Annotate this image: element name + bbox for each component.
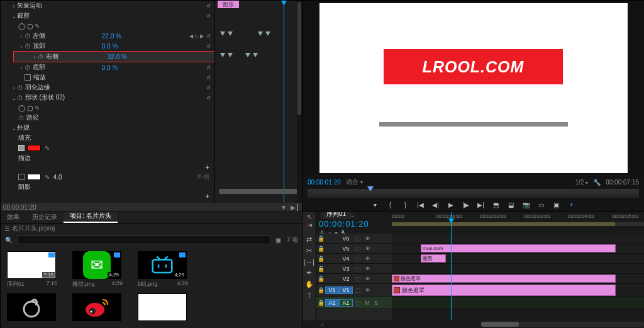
- export-frame-button[interactable]: 📷: [522, 200, 531, 209]
- track-header-v1[interactable]: 🔒V1V1⬚👁: [316, 284, 392, 297]
- safe-margins-button[interactable]: ▣: [552, 200, 561, 209]
- mark-in-button[interactable]: {: [386, 200, 395, 209]
- wrench-icon[interactable]: 🔧: [593, 179, 601, 186]
- mark-out-button[interactable]: }: [401, 200, 410, 209]
- underline-shape: [379, 122, 568, 127]
- fit-dropdown[interactable]: 适合 ▾: [346, 178, 363, 186]
- step-fwd-button[interactable]: |▶: [462, 200, 470, 209]
- lift-button[interactable]: ⬒: [492, 200, 501, 209]
- hand-tool[interactable]: ✋: [305, 280, 314, 288]
- type-tool[interactable]: T: [307, 291, 311, 299]
- tab-project[interactable]: 项目: 名片片头: [64, 212, 118, 223]
- play-button[interactable]: ▶: [447, 200, 455, 209]
- track-header-a1[interactable]: 🔒A1A1⬚MS: [316, 297, 392, 309]
- prop-crop-left[interactable]: ›⏱ 左侧22.0 %◀ ◇ ▶ ↺: [1, 31, 214, 41]
- extract-button[interactable]: ⬓: [507, 200, 516, 209]
- prop-stroke-label: 描边: [1, 153, 214, 163]
- comparison-view-button[interactable]: ▭: [537, 200, 546, 209]
- track-select-tool[interactable]: ⇥: [307, 222, 312, 229]
- effect-controls-panel: ›矢量运动↺ ⌄裁剪↺ ◯ ▢ ✎ ›⏱ 左侧22.0 %◀ ◇ ▶ ↺ ›⏱ …: [0, 0, 302, 212]
- pen-tool[interactable]: ✒: [306, 269, 312, 277]
- search-icon: 🔍: [4, 235, 13, 244]
- timeline-playhead[interactable]: [451, 212, 452, 234]
- add-stroke[interactable]: +: [1, 163, 214, 172]
- prop-shadow-label: 阴影: [1, 182, 214, 192]
- timeline-tools-top: ↖ ⇥: [303, 212, 316, 234]
- track-header-v6[interactable]: 🔒V6⬚👁: [316, 234, 392, 244]
- clip-v2[interactable]: 颜色遮罩: [392, 274, 616, 283]
- timeline-tracks[interactable]: lrool.com 图形 颜色遮罩 颜色遮罩: [392, 234, 644, 320]
- clip-v4[interactable]: 图形: [421, 254, 446, 263]
- track-header-v3[interactable]: 🔒V3⬚👁: [316, 264, 392, 274]
- track-header-v2[interactable]: 🔒V2⬚👁: [316, 274, 392, 284]
- bin-wechat[interactable]: ✉4;29 微信.png4;29: [72, 251, 123, 288]
- program-timecode[interactable]: 00:00:01:20: [308, 179, 341, 186]
- program-scrubber[interactable]: [308, 189, 639, 198]
- razor-tool[interactable]: ✂: [306, 247, 312, 255]
- svg-point-8: [91, 311, 92, 313]
- prop-crop-right[interactable]: ›⏱ 右侧32.0 %◀ ◇ ▶ ↺ ◥ ◣ ◥ ◣: [13, 51, 214, 62]
- prop-feather[interactable]: ›⏱ 羽化边缘↺: [1, 82, 214, 93]
- timeline-zoom[interactable]: [481, 322, 644, 327]
- logo-text: LROOL.COM: [384, 49, 563, 84]
- track-header-v4[interactable]: 🔒V4⬚👁: [316, 254, 392, 264]
- svg-point-7: [89, 308, 96, 314]
- goto-out-button[interactable]: ▶|: [477, 200, 486, 209]
- prop-stroke[interactable]: ✎ 4.0外侧: [1, 172, 214, 182]
- clip-v1[interactable]: 颜色遮罩: [392, 285, 616, 296]
- shape-masks[interactable]: ◯ ▢ ✎: [1, 103, 214, 113]
- item-count: 7 项: [287, 235, 298, 244]
- bin-sequence[interactable]: 7:15 序列017:15: [7, 251, 57, 288]
- wechat-icon: ✉: [83, 251, 111, 279]
- fx-hscroll[interactable]: [219, 189, 298, 194]
- program-canvas[interactable]: LROOL.COM: [303, 1, 644, 175]
- project-filename: 名片片头.prproj: [12, 224, 55, 233]
- bin-white[interactable]: [138, 293, 188, 321]
- prop-crop-bottom[interactable]: ›⏱ 底部0.0 %↺: [1, 62, 214, 72]
- transport-controls: ▾ { } |◀ ◀| ▶ |▶ ▶| ⬒ ⬓ 📷 ▭ ▣ +: [303, 198, 644, 212]
- slip-tool[interactable]: |↔|: [304, 258, 314, 266]
- netease-icon: [19, 295, 43, 319]
- bin-netease[interactable]: [7, 293, 57, 321]
- crop-masks[interactable]: ◯ ▢ ✎: [1, 21, 214, 31]
- bin-bilibili[interactable]: 4;29 b站.png4;29: [138, 251, 188, 288]
- prop-fill-label: 填充: [1, 133, 214, 143]
- prop-vector-motion[interactable]: ›矢量运动↺: [1, 1, 214, 11]
- bin-weibo[interactable]: [72, 293, 123, 321]
- bin-icon: ☰: [4, 225, 10, 232]
- scale-dropdown[interactable]: 1/2 ▾: [575, 179, 588, 186]
- prop-fill[interactable]: ✎: [1, 143, 214, 153]
- goto-in-button[interactable]: |◀: [416, 200, 425, 209]
- project-panel: 效果 历史记录 项目: 名片片头 ☰ 名片片头.prproj 🔍 ▣ 7 项 7…: [0, 212, 302, 328]
- add-marker-button[interactable]: ▾: [371, 200, 380, 209]
- tab-history[interactable]: 历史记录: [26, 212, 64, 223]
- track-headers: 🔒V6⬚👁 🔒V5⬚👁 🔒V4⬚👁 🔒V3⬚👁 🔒V2⬚👁 🔒V1V1⬚👁 🔒A…: [316, 234, 392, 320]
- program-duration: 00:00:07:15: [606, 179, 639, 186]
- track-add-icon[interactable]: ○: [316, 321, 392, 328]
- weibo-icon: [84, 296, 110, 319]
- track-header-v5[interactable]: 🔒V5⬚👁: [316, 244, 392, 254]
- timeline-tools: ⇄ ✂ |↔| ✒ ✋ T: [303, 234, 316, 320]
- ripple-tool[interactable]: ⇄: [306, 235, 312, 244]
- sequence-tab[interactable]: 序列01: [321, 212, 351, 219]
- effect-controls-properties: ›矢量运动↺ ⌄裁剪↺ ◯ ▢ ✎ ›⏱ 左侧22.0 %◀ ◇ ▶ ↺ ›⏱ …: [1, 1, 214, 203]
- prop-crop-top[interactable]: ›⏱ 顶部0.0 %↺: [1, 41, 214, 51]
- timeline-timecode[interactable]: 00:00:01:20: [319, 219, 389, 229]
- selection-tool[interactable]: ↖: [307, 213, 312, 220]
- tab-effects[interactable]: 效果: [1, 212, 26, 223]
- clip-v5[interactable]: lrool.com: [421, 244, 616, 252]
- timeline-ruler[interactable]: 00:00 00:00:01:00 00:00:02:00 00:00:03:0…: [392, 212, 644, 234]
- program-monitor-panel: LROOL.COM 00:00:01:20 适合 ▾ 1/2 ▾ 🔧 00:00…: [302, 0, 644, 212]
- new-bin-button[interactable]: ▣: [274, 235, 283, 244]
- button-editor[interactable]: +: [567, 200, 576, 209]
- search-input[interactable]: [17, 235, 270, 244]
- prop-crop-zoom[interactable]: 缩放↺: [1, 72, 214, 82]
- prop-path[interactable]: ⏱ 路径: [1, 113, 214, 123]
- prop-crop[interactable]: ⌄裁剪↺: [1, 11, 214, 21]
- add-shadow[interactable]: +: [1, 192, 214, 201]
- step-back-button[interactable]: ◀|: [431, 200, 440, 209]
- prop-shape[interactable]: ⌄⏱ 形状 (形状 02)↺: [1, 93, 214, 103]
- effect-controls-timeline[interactable]: 图形: [214, 1, 302, 203]
- prop-appearance[interactable]: ⌄外观: [1, 123, 214, 133]
- fx-vscroll[interactable]: [297, 1, 302, 203]
